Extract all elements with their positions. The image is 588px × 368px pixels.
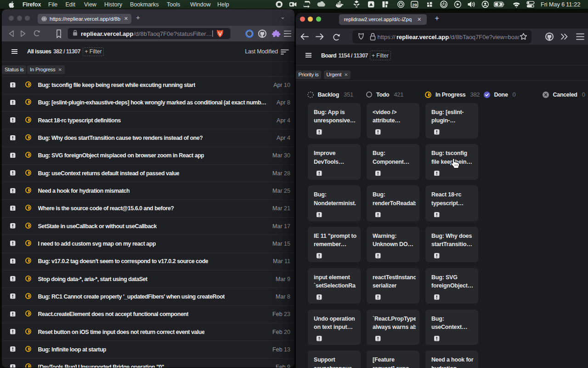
svg-text:/d/8bTaoq7F0e?statusFilter…: /d/8bTaoq7F0e?statusFilter… [134,30,212,37]
svg-text:repliear.vercel.app: repliear.vercel.app [396,33,449,40]
svg-text:29: 29 [412,2,417,7]
svg-text:Fri May 6: Fri May 6 [541,1,565,8]
svg-text:/d/8bTaoq7F0e?view=boar: /d/8bTaoq7F0e?view=boar [449,33,520,40]
svg-text:repliear.vercel.app: repliear.vercel.app [81,30,133,37]
svg-text:11:22: 11:22 [566,1,581,8]
svg-text:https://: https:// [377,33,395,40]
